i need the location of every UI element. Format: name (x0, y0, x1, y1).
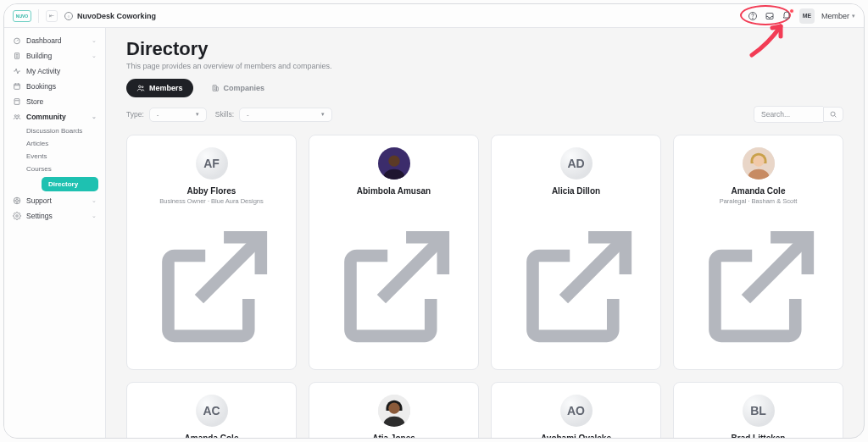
filter-type: Type: - ▾ (126, 108, 207, 122)
sidebar-item-label: Store (26, 97, 97, 106)
avatar-initials: AD (560, 147, 593, 180)
card-footer (502, 206, 650, 361)
chevron-down-icon: ▾ (196, 111, 199, 118)
avatar-photo (378, 147, 410, 180)
svg-point-20 (753, 156, 764, 167)
support-icon (13, 196, 21, 205)
open-external-icon[interactable] (320, 213, 468, 361)
avatar[interactable]: ME (799, 8, 815, 24)
location-selector[interactable]: ○ NuvoDesk Coworking (64, 12, 156, 20)
member-card[interactable]: ADAlicia Dillon (491, 135, 661, 370)
svg-rect-5 (14, 84, 20, 89)
tab-companies-label: Companies (224, 84, 265, 92)
svg-point-8 (18, 115, 19, 117)
sidebar-item-activity[interactable]: My Activity (4, 64, 105, 79)
filter-skills-select[interactable]: - ▾ (239, 108, 332, 122)
main-content: Directory This page provides an overview… (106, 28, 864, 438)
member-card[interactable]: Amanda ColeParalegal · Basham & Scott (673, 135, 843, 370)
card-footer (320, 206, 468, 361)
dashboard-icon (13, 36, 21, 45)
search-button[interactable] (823, 107, 843, 122)
member-card[interactable]: AOAyobami OyalekeFounder & CEO · Meinsta… (491, 382, 661, 438)
sidebar-subitem-articles[interactable]: Articles (26, 137, 105, 150)
filter-type-label: Type: (126, 110, 144, 119)
divider (38, 9, 39, 23)
member-name: Alicia Dillon (552, 186, 600, 196)
brand-logo: NUVO (13, 10, 31, 22)
svg-point-10 (16, 200, 19, 202)
companies-icon (211, 84, 220, 92)
sidebar-item-label: Bookings (26, 82, 97, 91)
filter-skills-value: - (247, 111, 249, 119)
filter-type-select[interactable]: - ▾ (149, 108, 207, 122)
svg-rect-6 (14, 101, 19, 105)
members-icon (136, 84, 145, 92)
member-card[interactable]: AFAbby FloresBusiness Owner · Blue Aura … (126, 135, 297, 370)
member-name: Amanda Cole (185, 434, 239, 438)
member-card[interactable]: BLBrad LittekenPrincipal · Lightview Des… (673, 382, 843, 438)
card-footer (684, 206, 832, 361)
avatar-photo (378, 395, 410, 427)
member-name: Atia Jones (372, 434, 415, 438)
member-name: Abimbola Amusan (357, 186, 431, 196)
sidebar-item-label: My Activity (26, 67, 97, 75)
open-external-icon[interactable] (684, 213, 832, 361)
member-card[interactable]: Atia JonesWordPress Designer/Developer ·… (309, 382, 479, 438)
location-icon: ○ (64, 12, 73, 20)
location-name: NuvoDesk Coworking (77, 12, 156, 20)
sidebar-item-store[interactable]: Store (4, 94, 105, 109)
notifications-icon[interactable] (781, 10, 793, 22)
sidebar-item-building[interactable]: Building⌄ (4, 48, 105, 64)
svg-point-12 (139, 86, 142, 88)
filter-skills: Skills: - ▾ (215, 108, 332, 122)
sidebar-item-community[interactable]: Community⌄ (4, 109, 105, 124)
member-name: Abby Flores (187, 186, 236, 196)
tab-members[interactable]: Members (126, 79, 193, 97)
sidebar-subitem-events[interactable]: Events (26, 150, 105, 163)
avatar-initials: BL (743, 395, 775, 427)
sidebar-item-bookings[interactable]: Bookings (4, 79, 105, 94)
role-dropdown[interactable]: Member ▾ (821, 12, 855, 20)
tab-companies[interactable]: Companies (200, 79, 276, 97)
search-input[interactable] (754, 106, 823, 123)
app-body: Dashboard⌄Building⌄My ActivityBookingsSt… (4, 28, 864, 438)
sidebar-item-settings[interactable]: Settings⌄ (4, 208, 105, 224)
tab-members-label: Members (149, 84, 183, 92)
sidebar-item-label: Building (26, 52, 86, 60)
store-icon (13, 97, 21, 106)
sidebar-submenu-community: Discussion BoardsArticlesEventsCoursesDi… (4, 124, 105, 191)
svg-point-16 (831, 112, 835, 116)
topbar: NUVO ⇤ ○ NuvoDesk Coworking ME Member ▾ (4, 4, 864, 28)
open-external-icon[interactable] (502, 213, 650, 361)
settings-icon (13, 212, 21, 220)
open-external-icon[interactable] (137, 213, 286, 361)
member-subtitle: Paralegal · Basham & Scott (720, 197, 798, 206)
member-name: Brad Litteken (732, 434, 786, 438)
help-icon[interactable] (747, 10, 759, 22)
sidebar-collapse-button[interactable]: ⇤ (46, 10, 58, 22)
sidebar: Dashboard⌄Building⌄My ActivityBookingsSt… (4, 28, 106, 438)
search-icon (829, 110, 837, 119)
card-footer (137, 206, 286, 361)
member-card[interactable]: ACAmanda ColeLegal Assistant · Basham an… (126, 382, 297, 438)
chevron-down-icon: ⌄ (92, 213, 97, 219)
avatar-initials: AO (560, 395, 593, 427)
chevron-down-icon: ⌄ (92, 113, 97, 120)
inbox-icon[interactable] (764, 10, 776, 22)
sidebar-subitem-boards[interactable]: Discussion Boards (26, 124, 105, 137)
building-icon (13, 52, 21, 60)
member-name: Amanda Cole (732, 186, 786, 196)
community-icon (13, 113, 21, 121)
topbar-icon-cluster (747, 10, 793, 22)
sidebar-item-support[interactable]: Support⌄ (4, 193, 105, 208)
member-card[interactable]: Abimbola Amusan (309, 135, 479, 370)
svg-point-13 (142, 86, 143, 88)
directory-tabs: Members Companies (126, 79, 843, 97)
filter-type-value: - (157, 111, 159, 119)
search (754, 106, 843, 123)
sidebar-subitem-directory[interactable]: Directory (42, 177, 98, 191)
sidebar-item-dashboard[interactable]: Dashboard⌄ (4, 33, 105, 48)
svg-point-22 (388, 402, 399, 413)
sidebar-subitem-courses[interactable]: Courses (26, 163, 105, 175)
member-name: Ayobami Oyaleke (541, 434, 611, 438)
